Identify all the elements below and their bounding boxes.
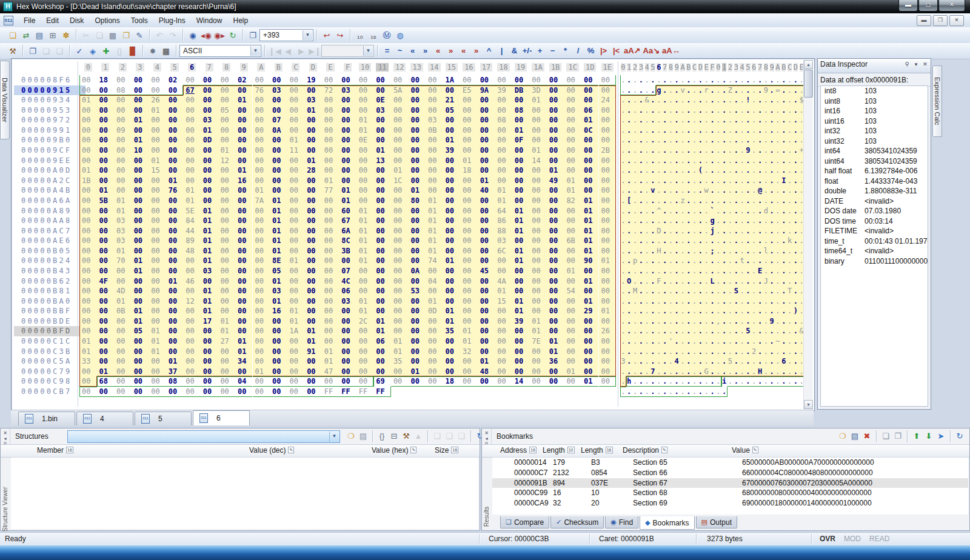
inspector-row[interactable]: int32103 bbox=[821, 126, 928, 136]
ascii-char[interactable]: . bbox=[709, 296, 715, 307]
hex-byte[interactable]: 00 bbox=[460, 316, 478, 327]
ascii-char[interactable]: . bbox=[674, 135, 680, 145]
ascii-char[interactable]: . bbox=[792, 367, 798, 377]
scroll-up-icon[interactable]: ▲ bbox=[804, 60, 813, 69]
hex-byte[interactable]: 0F bbox=[512, 135, 530, 145]
hex-byte[interactable]: 00 bbox=[426, 376, 443, 387]
hex-byte[interactable]: 00 bbox=[201, 85, 218, 96]
ascii-char[interactable]: . bbox=[745, 176, 751, 186]
hex-byte[interactable]: 00 bbox=[132, 367, 149, 377]
ascii-char[interactable]: . bbox=[721, 266, 728, 276]
hex-byte[interactable]: 14 bbox=[529, 156, 547, 166]
hex-byte[interactable]: 01 bbox=[581, 236, 599, 246]
ascii-char[interactable]: . bbox=[721, 176, 728, 186]
hex-byte[interactable]: 00 bbox=[460, 206, 478, 216]
hex-byte[interactable]: 03 bbox=[495, 236, 512, 246]
ascii-char[interactable]: . bbox=[692, 266, 698, 276]
hex-byte[interactable]: 00 bbox=[373, 286, 391, 296]
hex-byte[interactable]: 68 bbox=[97, 376, 115, 387]
hex-byte[interactable]: 00 bbox=[408, 347, 426, 357]
ascii-char[interactable]: . bbox=[728, 256, 734, 266]
hex-byte[interactable]: 00 bbox=[512, 236, 530, 246]
ascii-char[interactable]: . bbox=[757, 316, 763, 327]
hex-byte[interactable]: 00 bbox=[547, 296, 564, 307]
ascii-char[interactable]: . bbox=[751, 367, 757, 377]
hex-byte[interactable]: 00 bbox=[443, 196, 461, 206]
hex-byte[interactable]: 00 bbox=[235, 85, 253, 96]
ascii-char[interactable]: . bbox=[739, 185, 745, 196]
ascii-char[interactable]: . bbox=[775, 216, 781, 226]
hex-byte[interactable]: 00 bbox=[235, 156, 253, 166]
ascii-char[interactable]: . bbox=[632, 236, 638, 246]
hex-byte[interactable]: 00 bbox=[391, 326, 409, 336]
hex-byte[interactable]: 00 bbox=[201, 185, 218, 196]
hex-byte[interactable]: 00 bbox=[183, 367, 201, 377]
hex-byte[interactable]: 00 bbox=[304, 115, 322, 125]
ascii-char[interactable]: . bbox=[698, 276, 704, 287]
hex-byte[interactable]: 00 bbox=[235, 246, 253, 256]
ascii-char[interactable]: . bbox=[745, 246, 751, 256]
ascii-char[interactable]: . bbox=[698, 105, 704, 116]
chevron-down-icon[interactable]: ▾ bbox=[912, 60, 920, 68]
hex-byte[interactable]: 01 bbox=[581, 115, 599, 125]
ascii-char[interactable]: . bbox=[751, 376, 757, 387]
ascii-char[interactable]: . bbox=[775, 156, 781, 166]
ascii-char[interactable]: . bbox=[680, 185, 686, 196]
hex-byte[interactable]: 00 bbox=[114, 156, 132, 166]
op-byte-shift-right-icon[interactable]: » bbox=[470, 45, 483, 57]
ascii-char[interactable]: . bbox=[739, 226, 745, 236]
ascii-char[interactable]: . bbox=[703, 216, 709, 226]
hex-byte[interactable]: 00 bbox=[253, 347, 270, 357]
ascii-char[interactable]: . bbox=[662, 356, 668, 367]
ascii-char[interactable]: . bbox=[656, 145, 662, 156]
hex-byte[interactable]: 00 bbox=[564, 246, 581, 256]
ascii-char[interactable]: . bbox=[703, 226, 709, 236]
hex-byte[interactable]: 48 bbox=[478, 367, 495, 377]
ascii-char[interactable]: . bbox=[721, 135, 728, 145]
ascii-char[interactable]: . bbox=[757, 326, 763, 336]
ascii-char[interactable]: . bbox=[739, 336, 745, 347]
ascii-char[interactable]: . bbox=[703, 336, 709, 347]
hex-row[interactable]: 00000C1C01.00.00.00.01.00.00.00.27'01.00… bbox=[12, 336, 814, 347]
ascii-char[interactable]: . bbox=[638, 115, 644, 125]
hex-byte[interactable]: 0A bbox=[270, 125, 287, 136]
hex-byte[interactable]: 00 bbox=[218, 185, 235, 196]
ascii-char[interactable]: . bbox=[674, 176, 680, 186]
ascii-char[interactable]: . bbox=[787, 105, 793, 116]
hex-byte[interactable]: 00 bbox=[166, 326, 184, 336]
hex-byte[interactable]: 00 bbox=[547, 266, 564, 276]
doc-tab-6[interactable]: 0116 bbox=[193, 410, 250, 425]
ascii-char[interactable]: . bbox=[745, 185, 751, 196]
hex-byte[interactable]: 00 bbox=[599, 226, 617, 236]
tab-expression-calc[interactable]: Expression Calc bbox=[932, 65, 942, 137]
ascii-char[interactable]: d bbox=[763, 206, 769, 216]
ascii-char[interactable]: . bbox=[698, 286, 704, 296]
nav-prev-icon[interactable]: ◀ bbox=[282, 45, 294, 57]
hex-byte[interactable]: 00 bbox=[339, 326, 356, 336]
hex-byte[interactable]: 00 bbox=[322, 326, 340, 336]
hex-byte[interactable]: 00 bbox=[408, 216, 426, 226]
hex-byte[interactable]: 00 bbox=[166, 145, 184, 156]
ascii-char[interactable]: . bbox=[715, 306, 721, 316]
hex-byte[interactable]: 01 bbox=[132, 306, 149, 316]
hex-byte[interactable]: 01 bbox=[529, 95, 547, 105]
ascii-char[interactable]: . bbox=[769, 296, 775, 307]
hex-byte[interactable]: 00 bbox=[391, 185, 409, 196]
hex-byte[interactable]: 04 bbox=[235, 376, 253, 387]
hex-byte[interactable]: 00 bbox=[373, 296, 391, 307]
ascii-char[interactable]: . bbox=[680, 367, 686, 377]
ascii-char[interactable]: . bbox=[674, 236, 680, 246]
hex-byte[interactable]: 00 bbox=[114, 266, 132, 276]
ascii-char[interactable]: . bbox=[632, 176, 638, 186]
hex-byte[interactable]: 01 bbox=[356, 246, 374, 256]
ascii-char[interactable]: . bbox=[680, 276, 686, 287]
hex-byte[interactable]: 00 bbox=[460, 196, 478, 206]
hex-byte[interactable]: 01 bbox=[270, 276, 287, 287]
ascii-char[interactable]: . bbox=[698, 85, 704, 96]
ascii-char[interactable]: . bbox=[686, 196, 692, 206]
ascii-char[interactable]: . bbox=[692, 367, 698, 377]
hex-byte[interactable]: 00 bbox=[183, 387, 201, 397]
hex-byte[interactable]: 00 bbox=[426, 105, 443, 116]
ascii-char[interactable]: . bbox=[650, 376, 656, 387]
hex-byte[interactable]: 00 bbox=[547, 75, 564, 85]
